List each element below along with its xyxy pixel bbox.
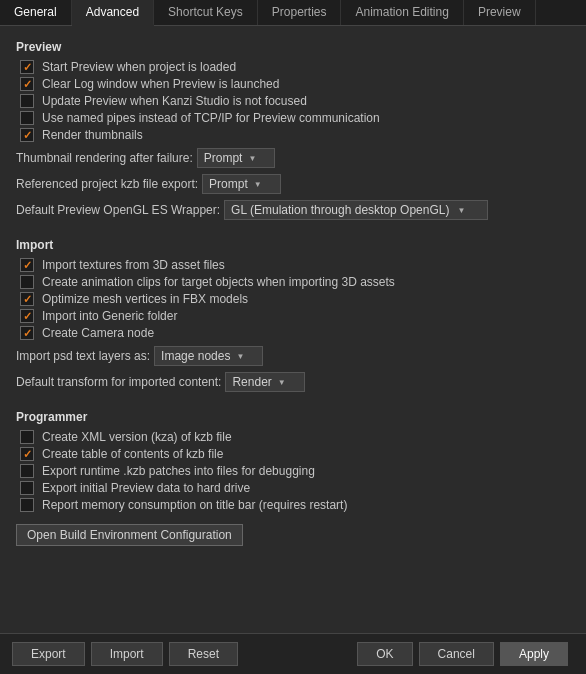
export-button[interactable]: Export	[12, 642, 85, 666]
checkbox-row: Import textures from 3D asset files	[16, 258, 570, 272]
cancel-button[interactable]: Cancel	[419, 642, 494, 666]
checkbox-label-import-textures: Import textures from 3D asset files	[42, 258, 225, 272]
checkbox-import-generic[interactable]	[20, 309, 34, 323]
checkbox-row: Clear Log window when Preview is launche…	[16, 77, 570, 91]
checkbox-label-import-generic: Import into Generic folder	[42, 309, 177, 323]
opengl-row: Default Preview OpenGL ES Wrapper: GL (E…	[16, 200, 570, 220]
checkbox-clear-log[interactable]	[20, 77, 34, 91]
checkbox-named-pipes[interactable]	[20, 111, 34, 125]
checkbox-label-create-xml: Create XML version (kza) of kzb file	[42, 430, 232, 444]
referenced-dropdown[interactable]: Prompt	[202, 174, 281, 194]
checkbox-render-thumbnails[interactable]	[20, 128, 34, 142]
checkbox-export-initial[interactable]	[20, 481, 34, 495]
checkbox-start-preview[interactable]	[20, 60, 34, 74]
programmer-section-title: Programmer	[16, 410, 570, 424]
checkbox-create-xml[interactable]	[20, 430, 34, 444]
tab-general[interactable]: General	[0, 0, 72, 25]
tab-shortcut-keys[interactable]: Shortcut Keys	[154, 0, 258, 25]
ok-button[interactable]: OK	[357, 642, 412, 666]
checkbox-create-anim-clips[interactable]	[20, 275, 34, 289]
checkbox-label-report-memory: Report memory consumption on title bar (…	[42, 498, 347, 512]
open-build-config-button[interactable]: Open Build Environment Configuration	[16, 524, 243, 546]
checkbox-label-start-preview: Start Preview when project is loaded	[42, 60, 236, 74]
checkbox-row: Create XML version (kza) of kzb file	[16, 430, 570, 444]
tab-preview[interactable]: Preview	[464, 0, 536, 25]
checkbox-label-clear-log: Clear Log window when Preview is launche…	[42, 77, 279, 91]
checkbox-update-preview[interactable]	[20, 94, 34, 108]
checkbox-label-named-pipes: Use named pipes instead of TCP/IP for Pr…	[42, 111, 380, 125]
psd-row: Import psd text layers as: Image nodes	[16, 346, 570, 366]
opengl-dropdown[interactable]: GL (Emulation through desktop OpenGL)	[224, 200, 488, 220]
checkbox-import-textures[interactable]	[20, 258, 34, 272]
checkbox-label-export-runtime: Export runtime .kzb patches into files f…	[42, 464, 315, 478]
import-section-title: Import	[16, 238, 570, 252]
psd-label: Import psd text layers as:	[16, 349, 150, 363]
checkbox-create-toc[interactable]	[20, 447, 34, 461]
transform-dropdown[interactable]: Render	[225, 372, 304, 392]
opengl-label: Default Preview OpenGL ES Wrapper:	[16, 203, 220, 217]
checkbox-label-create-anim-clips: Create animation clips for target object…	[42, 275, 395, 289]
import-button[interactable]: Import	[91, 642, 163, 666]
checkbox-export-runtime[interactable]	[20, 464, 34, 478]
checkbox-row: Optimize mesh vertices in FBX models	[16, 292, 570, 306]
checkbox-row: Use named pipes instead of TCP/IP for Pr…	[16, 111, 570, 125]
checkbox-label-create-camera: Create Camera node	[42, 326, 154, 340]
tab-animation-editing[interactable]: Animation Editing	[341, 0, 463, 25]
referenced-label: Referenced project kzb file export:	[16, 177, 198, 191]
checkbox-row: Update Preview when Kanzi Studio is not …	[16, 94, 570, 108]
tab-advanced[interactable]: Advanced	[72, 0, 154, 26]
apply-button[interactable]: Apply	[500, 642, 568, 666]
checkbox-row: Export runtime .kzb patches into files f…	[16, 464, 570, 478]
checkbox-create-camera[interactable]	[20, 326, 34, 340]
tab-properties[interactable]: Properties	[258, 0, 342, 25]
checkbox-label-optimize-mesh: Optimize mesh vertices in FBX models	[42, 292, 248, 306]
checkbox-row: Render thumbnails	[16, 128, 570, 142]
checkbox-label-update-preview: Update Preview when Kanzi Studio is not …	[42, 94, 307, 108]
checkbox-row: Create animation clips for target object…	[16, 275, 570, 289]
transform-label: Default transform for imported content:	[16, 375, 221, 389]
psd-dropdown[interactable]: Image nodes	[154, 346, 263, 366]
tab-bar: General Advanced Shortcut Keys Propertie…	[0, 0, 586, 26]
checkbox-row: Start Preview when project is loaded	[16, 60, 570, 74]
thumbnail-row: Thumbnail rendering after failure: Promp…	[16, 148, 570, 168]
referenced-row: Referenced project kzb file export: Prom…	[16, 174, 570, 194]
thumbnail-dropdown[interactable]: Prompt	[197, 148, 276, 168]
transform-row: Default transform for imported content: …	[16, 372, 570, 392]
checkbox-row: Create Camera node	[16, 326, 570, 340]
checkbox-row: Export initial Preview data to hard driv…	[16, 481, 570, 495]
thumbnail-label: Thumbnail rendering after failure:	[16, 151, 193, 165]
checkbox-row: Report memory consumption on title bar (…	[16, 498, 570, 512]
button-bar: Export Import Reset OK Cancel Apply	[0, 633, 586, 674]
checkbox-row: Import into Generic folder	[16, 309, 570, 323]
settings-content: Preview Start Preview when project is lo…	[0, 26, 586, 633]
checkbox-report-memory[interactable]	[20, 498, 34, 512]
checkbox-label-export-initial: Export initial Preview data to hard driv…	[42, 481, 250, 495]
preview-section-title: Preview	[16, 40, 570, 54]
checkbox-label-render-thumbnails: Render thumbnails	[42, 128, 143, 142]
checkbox-label-create-toc: Create table of contents of kzb file	[42, 447, 223, 461]
checkbox-row: Create table of contents of kzb file	[16, 447, 570, 461]
reset-button[interactable]: Reset	[169, 642, 238, 666]
checkbox-optimize-mesh[interactable]	[20, 292, 34, 306]
